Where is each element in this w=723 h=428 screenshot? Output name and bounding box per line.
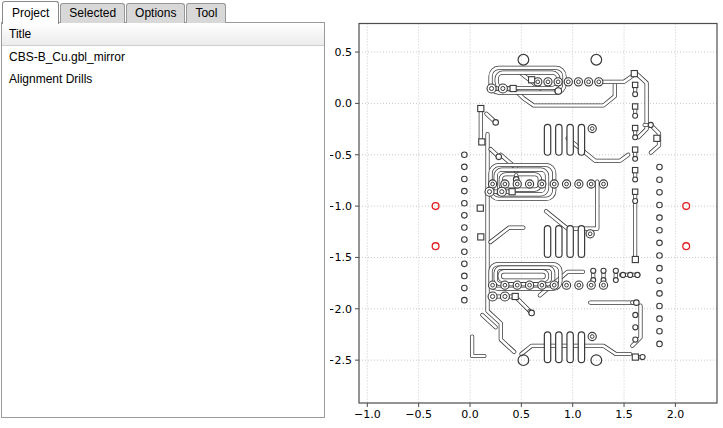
svg-text:−2.0: −2.0 (330, 303, 352, 316)
tab-selected[interactable]: Selected (60, 3, 125, 23)
svg-text:0.0: 0.0 (461, 408, 479, 421)
svg-text:−0.5: −0.5 (405, 408, 432, 421)
svg-text:0.0: 0.0 (335, 97, 353, 110)
svg-text:1.0: 1.0 (564, 408, 582, 421)
svg-text:−1.0: −1.0 (354, 408, 381, 421)
svg-text:−1.0: −1.0 (330, 200, 352, 213)
svg-text:1.5: 1.5 (615, 408, 633, 421)
svg-text:0.5: 0.5 (335, 46, 353, 59)
svg-text:0.5: 0.5 (513, 408, 531, 421)
svg-text:−1.5: −1.5 (330, 251, 352, 264)
tab-project[interactable]: Project (2, 1, 59, 24)
tree-item-gerber-object[interactable]: CBS-B_Cu.gbl_mirror (2, 46, 324, 68)
tab-tool[interactable]: Tool (186, 3, 226, 23)
svg-text:−0.5: −0.5 (330, 149, 352, 162)
tree-header-title[interactable]: Title (2, 23, 324, 46)
project-panel: Title CBS-B_Cu.gbl_mirror Alignment Dril… (1, 22, 325, 418)
tab-options[interactable]: Options (126, 3, 185, 23)
flatcam-window: { "window": { "bg": "#ffffff" }, "left_p… (0, 0, 723, 428)
svg-text:−2.5: −2.5 (330, 354, 352, 367)
plot-canvas[interactable]: −1.0−0.50.00.51.01.52.00.50.0−0.5−1.0−1.… (330, 0, 723, 428)
svg-text:2.0: 2.0 (667, 408, 685, 421)
tree-item-alignment-drills[interactable]: Alignment Drills (2, 68, 324, 90)
notebook-tab-bar: Project Selected Options Tool (2, 1, 227, 23)
